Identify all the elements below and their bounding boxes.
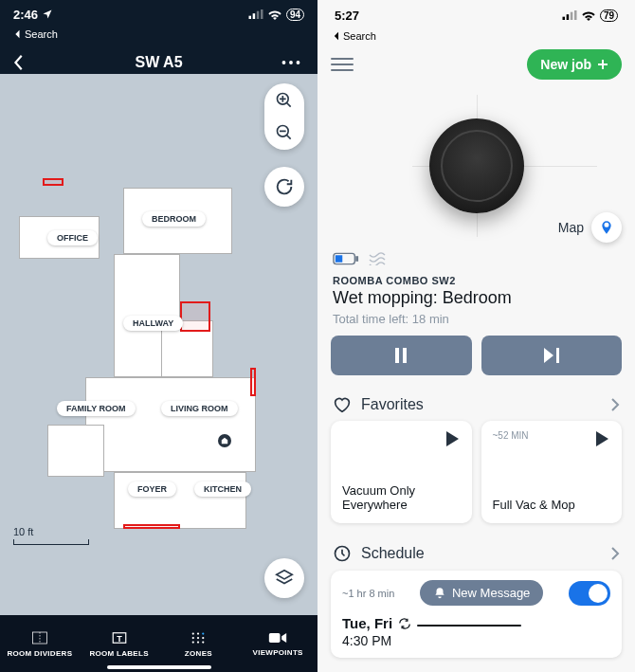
- rotate-button[interactable]: [264, 167, 304, 207]
- svg-rect-24: [571, 12, 573, 20]
- floorplan: OFFICE BEDROOM HALLWAY FAMILY ROOM LIVIN…: [19, 178, 270, 501]
- schedule-toggle[interactable]: [569, 581, 610, 606]
- room-label-living-room[interactable]: LIVING ROOM: [161, 401, 238, 416]
- svg-point-14: [203, 632, 205, 634]
- svg-point-5: [289, 61, 293, 64]
- battery-pill: 94: [286, 9, 304, 21]
- play-icon[interactable]: [444, 430, 461, 447]
- svg-point-6: [297, 61, 300, 64]
- header-more-button[interactable]: [281, 60, 304, 65]
- favorite-card[interactable]: Vacuum Only Everywhere: [331, 421, 472, 523]
- water-icon: [369, 252, 388, 265]
- zoom-in-button[interactable]: [273, 89, 296, 112]
- right-phone: 5:27 79 Search New job Map ROOMBA COMBO …: [318, 0, 635, 672]
- wifi-icon: [267, 9, 282, 20]
- header-back-button[interactable]: [13, 54, 36, 71]
- room-label-office[interactable]: OFFICE: [47, 230, 98, 245]
- skip-button[interactable]: [481, 336, 623, 375]
- room-label-kitchen[interactable]: KITCHEN: [194, 481, 251, 497]
- robot-name: ROOMBA COMBO SW2: [318, 271, 635, 286]
- back-label: Search: [25, 28, 58, 40]
- status-time: 5:27: [335, 9, 359, 23]
- pause-button[interactable]: [331, 336, 472, 375]
- schedule-header[interactable]: Schedule: [318, 536, 635, 571]
- svg-rect-27: [336, 255, 342, 262]
- tab-room-labels[interactable]: T ROOM LABELS: [80, 615, 159, 672]
- tab-viewpoints[interactable]: VIEWPOINTS: [238, 615, 318, 672]
- chevron-right-icon: [610, 398, 620, 411]
- dividers-icon: [30, 629, 49, 646]
- schedule-estimate: ~1 hr 8 min: [342, 588, 394, 599]
- zoom-control: [264, 83, 304, 150]
- svg-rect-3: [261, 9, 263, 19]
- tab-zones[interactable]: ZONES: [159, 615, 239, 672]
- location-arrow-icon: [42, 9, 53, 20]
- menu-button[interactable]: [331, 55, 354, 74]
- svg-point-12: [192, 632, 194, 634]
- svg-rect-30: [403, 348, 407, 363]
- home-indicator: [107, 665, 211, 669]
- rotate-icon: [274, 176, 295, 197]
- viewpoints-icon: [268, 630, 287, 645]
- room-label-bedroom[interactable]: BEDROOM: [142, 211, 206, 227]
- battery-pill: 79: [600, 9, 618, 22]
- svg-point-18: [192, 641, 194, 643]
- back-to-search[interactable]: Search: [0, 28, 318, 44]
- pause-icon: [393, 348, 408, 363]
- chevron-left-icon: [13, 54, 25, 71]
- favorites-label: Favorites: [361, 396, 601, 413]
- favorite-card[interactable]: ~52 MIN Full Vac & Mop: [481, 421, 623, 523]
- cellular-icon: [248, 9, 263, 19]
- map-scale: 10 ft: [13, 526, 89, 545]
- layers-button[interactable]: [264, 558, 304, 598]
- zoom-in-icon: [275, 91, 294, 110]
- labels-icon: T: [110, 629, 129, 646]
- map-canvas[interactable]: OFFICE BEDROOM HALLWAY FAMILY ROOM LIVIN…: [0, 74, 318, 615]
- left-phone: 2:46 94 Search SW A5: [0, 0, 318, 672]
- svg-rect-22: [562, 17, 565, 20]
- room-label-family-room[interactable]: FAMILY ROOM: [57, 401, 136, 416]
- play-icon[interactable]: [593, 430, 610, 447]
- cellular-icon: [562, 10, 577, 20]
- schedule-time: 4:30 PM: [342, 633, 610, 648]
- time-left: Total time left: 18 min: [318, 310, 635, 336]
- home-base-icon: [218, 434, 231, 447]
- svg-rect-1: [253, 13, 256, 19]
- favorites-header[interactable]: Favorites: [318, 389, 635, 421]
- svg-point-17: [203, 637, 205, 639]
- chevron-left-icon: [333, 31, 339, 41]
- back-to-search[interactable]: Search: [318, 30, 635, 44]
- robot-status-icons: [318, 246, 635, 271]
- new-message-button[interactable]: New Message: [420, 580, 543, 606]
- room-label-foyer[interactable]: FOYER: [128, 481, 176, 497]
- svg-point-13: [197, 632, 199, 634]
- task-title: Wet mopping: Bedroom: [318, 286, 635, 310]
- map-pin-icon: [591, 212, 622, 243]
- map-link[interactable]: Map: [558, 212, 622, 243]
- svg-rect-28: [355, 256, 358, 262]
- chevron-right-icon: [610, 547, 620, 560]
- svg-text:T: T: [117, 634, 122, 644]
- svg-rect-0: [248, 16, 251, 19]
- plus-icon: [597, 59, 608, 70]
- new-job-button[interactable]: New job: [527, 49, 622, 80]
- schedule-card[interactable]: ~1 hr 8 min New Message Tue, Fri 4:30 PM: [331, 571, 622, 658]
- zoom-out-icon: [275, 123, 294, 142]
- map-title: SW A5: [36, 54, 281, 71]
- svg-point-20: [203, 641, 205, 643]
- svg-rect-21: [269, 633, 281, 643]
- wifi-icon: [581, 9, 596, 21]
- ellipsis-icon: [281, 60, 300, 65]
- favorite-time: ~52 MIN: [493, 430, 529, 441]
- top-bar: New job: [318, 44, 635, 85]
- zones-icon: [189, 629, 208, 646]
- zoom-out-button[interactable]: [273, 121, 296, 144]
- svg-rect-25: [574, 10, 577, 20]
- tab-room-dividers[interactable]: ROOM DIVIDERS: [0, 615, 80, 672]
- svg-point-16: [197, 637, 199, 639]
- room-label-hallway[interactable]: HALLWAY: [123, 316, 183, 331]
- svg-rect-23: [567, 14, 570, 20]
- svg-rect-29: [395, 348, 399, 363]
- status-time: 2:46: [13, 8, 38, 22]
- job-controls: [318, 336, 635, 389]
